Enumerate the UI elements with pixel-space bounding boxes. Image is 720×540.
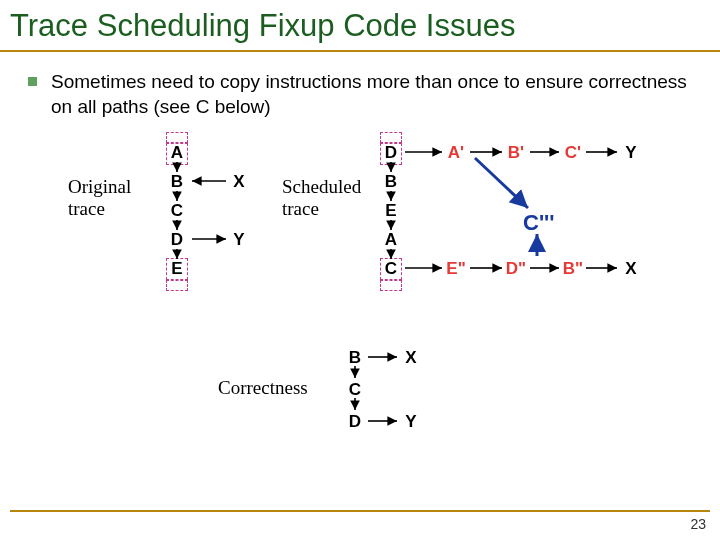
dashbox-d-top <box>380 132 402 143</box>
node-corr-X: X <box>400 348 422 368</box>
node-Bdd: B" <box>562 259 584 279</box>
node-corr-C: C <box>344 380 366 400</box>
node-corr-Y: Y <box>400 412 422 432</box>
node-corr-B: B <box>344 348 366 368</box>
label-scheduled-trace: Scheduled trace <box>282 176 361 220</box>
page-number: 23 <box>690 516 706 532</box>
node-orig-A: A <box>166 143 188 163</box>
dashbox-a-top <box>166 132 188 143</box>
node-orig-C: C <box>166 201 188 221</box>
bullet-square-icon <box>28 77 37 86</box>
svg-line-18 <box>475 158 528 208</box>
node-corr-D: D <box>344 412 366 432</box>
node-sched-A: A <box>380 230 402 250</box>
node-sched-Y: Y <box>620 143 642 163</box>
bullet-text: Sometimes need to copy instructions more… <box>51 70 700 119</box>
node-Ddd: D" <box>505 259 527 279</box>
node-sched-C: C <box>380 259 402 279</box>
node-orig-D: D <box>166 230 188 250</box>
node-Bp: B' <box>505 143 527 163</box>
node-orig-Y: Y <box>228 230 250 250</box>
node-orig-B: B <box>166 172 188 192</box>
node-sched-E: E <box>380 201 402 221</box>
node-sched-B: B <box>380 172 402 192</box>
slide-title: Trace Scheduling Fixup Code Issues <box>0 0 720 52</box>
bullet-row: Sometimes need to copy instructions more… <box>0 52 720 119</box>
label-correctness: Correctness <box>218 377 308 399</box>
footer-divider <box>10 510 710 512</box>
node-Edd: E" <box>445 259 467 279</box>
node-orig-X: X <box>228 172 250 192</box>
diagram-area: Original trace A B C D E X Y Scheduled t… <box>0 130 720 460</box>
node-Cp: C' <box>562 143 584 163</box>
label-original-trace: Original trace <box>68 176 131 220</box>
dashbox-e-bot <box>166 280 188 291</box>
node-sched-D: D <box>380 143 402 163</box>
node-orig-E: E <box>166 259 188 279</box>
dashbox-c-bot <box>380 280 402 291</box>
node-Cppp: C''' <box>523 210 555 236</box>
node-Ap: A' <box>445 143 467 163</box>
node-sched-X: X <box>620 259 642 279</box>
